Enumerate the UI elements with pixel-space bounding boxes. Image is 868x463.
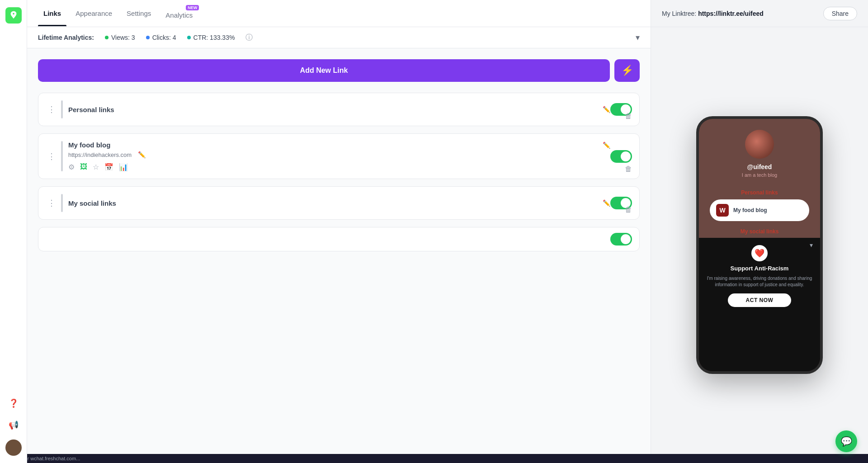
link-schedule-icon[interactable]: 📅 bbox=[104, 163, 113, 171]
drag-handle-personal[interactable]: ⋮ bbox=[46, 103, 57, 116]
user-avatar[interactable] bbox=[5, 439, 22, 456]
edit-personal-links-icon[interactable]: ✏️ bbox=[603, 106, 610, 113]
analytics-help-icon[interactable]: ⓘ bbox=[245, 33, 253, 43]
float-chat-button[interactable]: 💬 bbox=[835, 430, 857, 452]
views-dot bbox=[105, 36, 108, 39]
linktree-url-link[interactable]: https://linktr.ee/uifeed bbox=[698, 10, 764, 17]
phone-mockup: @uifeed I am a tech blog Personal links … bbox=[696, 116, 823, 374]
left-border-social bbox=[61, 194, 63, 212]
delete-social-links-icon[interactable]: 🗑 bbox=[625, 206, 632, 214]
social-links-title: My social links bbox=[68, 199, 600, 207]
delete-personal-links-icon[interactable]: 🗑 bbox=[625, 112, 632, 120]
phone-chevron-icon: ▾ bbox=[810, 241, 813, 249]
ctr-stat: CTR: 133.33% bbox=[187, 34, 235, 41]
status-bar: Waiting for wchat.freshchat.com... bbox=[0, 454, 868, 463]
left-border-food-blog bbox=[61, 141, 63, 171]
my-food-blog-header: ⋮ My food blog ✏️ https://indiehackers.c… bbox=[38, 134, 639, 179]
extra-slider bbox=[610, 233, 632, 246]
personal-links-header: ⋮ Personal links ✏️ 🗑 bbox=[38, 93, 639, 126]
phone-username: @uifeed bbox=[747, 163, 772, 170]
tab-analytics[interactable]: NEW Analytics bbox=[160, 4, 198, 23]
linktree-info: My Linktree: https://linktr.ee/uifeed bbox=[662, 9, 764, 18]
phone-preview-container: @uifeed I am a tech blog Personal links … bbox=[651, 27, 868, 463]
phone-personal-links-label: Personal links bbox=[741, 189, 778, 196]
lightning-button[interactable]: ⚡ bbox=[614, 59, 640, 82]
my-social-links-card: ⋮ My social links ✏️ 🗑 bbox=[38, 186, 640, 220]
food-blog-title: My food blog bbox=[68, 141, 597, 149]
top-navigation: Links Appearance Settings NEW Analytics bbox=[27, 0, 651, 27]
clicks-stat: Clicks: 4 bbox=[146, 34, 176, 41]
edit-social-links-icon[interactable]: ✏️ bbox=[603, 199, 610, 207]
linktree-prefix: My Linktree: bbox=[662, 10, 698, 17]
phone-food-blog-text: My food blog bbox=[733, 207, 767, 213]
edit-food-blog-url-icon[interactable]: ✏️ bbox=[138, 151, 146, 158]
food-blog-slider bbox=[610, 150, 632, 163]
link-analytics-icon[interactable]: 📊 bbox=[119, 163, 128, 171]
sidebar: ❓ 📢 bbox=[0, 0, 27, 463]
drag-handle-food-blog[interactable]: ⋮ bbox=[46, 150, 57, 163]
lightning-icon: ⚡ bbox=[621, 65, 633, 76]
share-button[interactable]: Share bbox=[823, 7, 857, 20]
phone-bio: I am a tech blog bbox=[742, 172, 777, 178]
megaphone-icon[interactable]: 📢 bbox=[6, 418, 21, 432]
add-new-link-button[interactable]: Add New Link bbox=[38, 59, 610, 82]
my-social-links-header: ⋮ My social links ✏️ 🗑 bbox=[38, 187, 639, 219]
phone-avatar-image bbox=[745, 130, 774, 159]
link-image-icon[interactable]: 🖼 bbox=[80, 163, 87, 171]
delete-food-blog-icon[interactable]: 🗑 bbox=[625, 165, 632, 173]
personal-links-title: Personal links bbox=[68, 106, 600, 113]
phone-anti-racism-title: Support Anti-Racism bbox=[731, 265, 789, 272]
personal-links-card: ⋮ Personal links ✏️ 🗑 bbox=[38, 93, 640, 126]
help-icon[interactable]: ❓ bbox=[6, 396, 21, 411]
phone-bottom-card: ▾ ❤️ Support Anti-Racism I'm raising awa… bbox=[699, 238, 820, 371]
phone-act-now-button[interactable]: ACT NOW bbox=[728, 293, 792, 307]
analytics-chevron-icon[interactable]: ▾ bbox=[636, 33, 640, 43]
tab-appearance[interactable]: Appearance bbox=[70, 6, 118, 21]
chat-icon: 💬 bbox=[841, 436, 852, 447]
food-blog-url: https://indiehackers.com bbox=[68, 151, 132, 158]
views-stat: Views: 3 bbox=[105, 34, 135, 41]
phone-avatar bbox=[745, 130, 774, 159]
phone-heart-icon: ❤️ bbox=[751, 245, 768, 261]
edit-food-blog-icon[interactable]: ✏️ bbox=[603, 142, 610, 149]
phone-social-links-label: My social links bbox=[741, 228, 779, 235]
my-food-blog-card: ⋮ My food blog ✏️ https://indiehackers.c… bbox=[38, 133, 640, 179]
clicks-dot bbox=[146, 36, 150, 39]
logo-icon[interactable] bbox=[5, 7, 22, 24]
analytics-bar: Lifetime Analytics: Views: 3 Clicks: 4 C… bbox=[27, 27, 651, 48]
add-link-row: Add New Link ⚡ bbox=[38, 59, 640, 82]
link-action-icons-row: ⚙ 🖼 ☆ 📅 📊 bbox=[68, 163, 610, 171]
analytics-label: Lifetime Analytics: bbox=[38, 34, 94, 41]
food-blog-toggle[interactable] bbox=[610, 150, 632, 163]
extra-toggle[interactable] bbox=[610, 233, 632, 246]
drag-handle-social[interactable]: ⋮ bbox=[46, 196, 57, 210]
tab-settings[interactable]: Settings bbox=[121, 6, 156, 21]
content-area: Add New Link ⚡ ⋮ Personal links ✏️ 🗑 bbox=[27, 48, 651, 463]
link-star-icon[interactable]: ☆ bbox=[93, 163, 99, 171]
link-settings-icon[interactable]: ⚙ bbox=[68, 163, 75, 171]
new-badge: NEW bbox=[186, 5, 199, 10]
phone-food-blog-link[interactable]: W My food blog bbox=[710, 199, 809, 221]
phone-anti-racism-desc: I'm raising awareness, driving donations… bbox=[706, 275, 813, 288]
tab-links[interactable]: Links bbox=[38, 6, 66, 21]
phone-screen: @uifeed I am a tech blog Personal links … bbox=[699, 119, 820, 238]
ctr-dot bbox=[187, 36, 191, 39]
extra-card bbox=[38, 227, 640, 251]
phone-food-blog-icon: W bbox=[716, 204, 729, 217]
right-panel-header: My Linktree: https://linktr.ee/uifeed Sh… bbox=[651, 0, 868, 27]
phone-profile-section: @uifeed I am a tech blog bbox=[735, 119, 784, 185]
left-border-personal bbox=[61, 100, 63, 118]
